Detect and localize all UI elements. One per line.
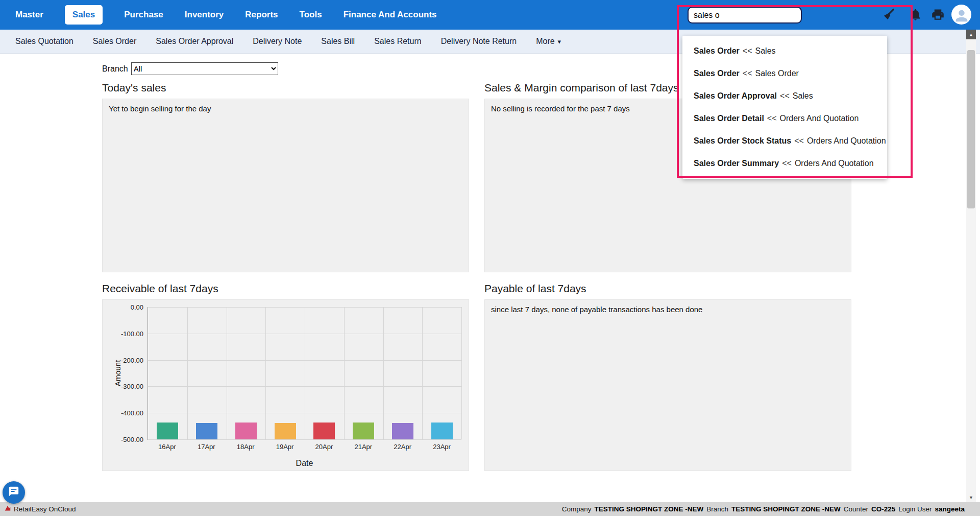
result-separator: <<: [743, 69, 752, 78]
receivable-title: Receivable of last 7days: [102, 283, 469, 295]
result-title: Sales Order: [694, 69, 740, 78]
scroll-up-button[interactable]: ▲: [966, 30, 976, 39]
brand-area: RetailEasy OnCloud: [4, 505, 76, 513]
branch-select[interactable]: All: [131, 62, 278, 75]
chart-x-tick: 17Apr: [198, 443, 215, 451]
chart-gridline: [422, 307, 423, 439]
brand-logo: [4, 505, 11, 513]
search-result-item[interactable]: Sales Order Detail << Orders And Quotati…: [682, 107, 887, 130]
chart-y-tick: -300.00: [121, 383, 143, 390]
chart-x-axis-label: Date: [148, 459, 461, 468]
result-title: Sales Order Approval: [694, 91, 777, 101]
result-title: Sales Order: [694, 46, 740, 56]
submenu-sales-order[interactable]: Sales Order: [93, 37, 136, 46]
chart-gridline: [461, 307, 462, 439]
submenu-sales-bill[interactable]: Sales Bill: [321, 37, 355, 46]
result-title: Sales Order Detail: [694, 114, 764, 123]
chart-gridline: [383, 307, 384, 439]
chart-gridline: [305, 307, 305, 439]
branch-value: TESTING SHOPINGT ZONE -NEW: [731, 505, 841, 513]
chart-gridline: [227, 307, 227, 439]
payable-title: Payable of last 7days: [484, 283, 851, 295]
chart-x-tick: 22Apr: [394, 443, 411, 451]
submenu-sales-order-approval[interactable]: Sales Order Approval: [156, 37, 233, 46]
menu-master[interactable]: Master: [15, 10, 43, 20]
search-result-item[interactable]: Sales Order Summary << Orders And Quotat…: [682, 152, 887, 175]
brand-name: RetailEasy OnCloud: [14, 505, 76, 513]
submenu-more-label: More: [536, 37, 554, 46]
chart-y-tick: -400.00: [121, 409, 143, 417]
vertical-scrollbar: ▲ ▼: [966, 30, 976, 502]
result-separator: <<: [794, 136, 804, 146]
result-category: Orders And Quotation: [780, 114, 859, 123]
status-bar: RetailEasy OnCloud Company TESTING SHOPI…: [0, 502, 980, 516]
submenu-delivery-note[interactable]: Delivery Note: [253, 37, 302, 46]
chat-widget-button[interactable]: [3, 481, 25, 504]
session-info: Company TESTING SHOPINGT ZONE -NEW Branc…: [562, 505, 965, 513]
submenu-more[interactable]: More ▾: [536, 37, 561, 46]
branch-label: Branch: [102, 64, 128, 74]
chart-y-tick: -100.00: [121, 330, 143, 337]
payable-panel: since last 7 days, none of payable trans…: [484, 299, 851, 471]
menu-inventory[interactable]: Inventory: [185, 10, 224, 20]
receivable-panel: Amount 0.00-100.00-200.00-300.00-400.00-…: [102, 299, 469, 471]
chart-bar-22Apr: [392, 423, 413, 439]
chart-x-ticks: 16Apr17Apr18Apr19Apr20Apr21Apr22Apr23Apr: [148, 443, 461, 452]
chart-gridline: [344, 307, 345, 439]
submenu-sales-quotation[interactable]: Sales Quotation: [15, 37, 74, 46]
chart-x-tick: 18Apr: [237, 443, 255, 451]
search-result-item[interactable]: Sales Order Approval << Sales: [682, 85, 887, 107]
scroll-down-button[interactable]: ▼: [966, 492, 976, 502]
branch-label: Branch: [706, 505, 728, 513]
submenu-delivery-note-return[interactable]: Delivery Note Return: [441, 37, 517, 46]
result-separator: <<: [767, 114, 777, 123]
result-category: Sales: [755, 46, 776, 56]
receivable-card: Receivable of last 7days Amount 0.00-100…: [102, 283, 469, 471]
company-label: Company: [562, 505, 592, 513]
chart-bar-16Apr: [157, 423, 178, 439]
search-results-dropdown: Sales Order << Sales Sales Order << Sale…: [682, 36, 887, 179]
result-title: Sales Order Stock Status: [694, 136, 791, 146]
result-separator: <<: [782, 159, 792, 168]
result-title: Sales Order Summary: [694, 159, 779, 168]
chart-gridline: [148, 439, 461, 440]
todays-sales-title: Today's sales: [102, 82, 469, 94]
chart-x-tick: 16Apr: [158, 443, 176, 451]
chart-bar-18Apr: [235, 423, 257, 439]
chart-bar-21Apr: [353, 423, 374, 439]
counter-value: CO-225: [871, 505, 895, 513]
chart-y-axis-label: Amount: [113, 345, 122, 402]
payable-card: Payable of last 7days since last 7 days,…: [484, 283, 851, 471]
submenu-sales-return[interactable]: Sales Return: [374, 37, 422, 46]
scrollbar-thumb[interactable]: [967, 50, 975, 208]
chart-bar-23Apr: [431, 423, 453, 439]
chart-plot-area: 0.00-100.00-200.00-300.00-400.00-500.00: [148, 307, 461, 440]
global-search-input[interactable]: [688, 7, 802, 24]
menu-purchase[interactable]: Purchase: [124, 10, 163, 20]
menu-tools[interactable]: Tools: [300, 10, 322, 20]
chart-bar-17Apr: [196, 423, 217, 439]
chat-icon: [8, 486, 19, 499]
chart-y-tick: 0.00: [131, 303, 143, 311]
search-result-item[interactable]: Sales Order << Sales: [682, 40, 887, 62]
result-category: Orders And Quotation: [795, 159, 874, 168]
chart-x-tick: 23Apr: [433, 443, 451, 451]
result-category: Orders And Quotation: [807, 136, 886, 146]
counter-label: Counter: [844, 505, 868, 513]
search-result-item[interactable]: Sales Order Stock Status << Orders And Q…: [682, 130, 887, 152]
result-separator: <<: [743, 46, 752, 56]
menu-sales[interactable]: Sales: [65, 5, 103, 25]
bell-icon[interactable]: [909, 8, 922, 21]
user-avatar[interactable]: [951, 5, 971, 25]
company-value: TESTING SHOPINGT ZONE -NEW: [595, 505, 704, 513]
chart-x-tick: 21Apr: [354, 443, 372, 451]
menu-finance-accounts[interactable]: Finance And Accounts: [344, 10, 437, 20]
menu-reports[interactable]: Reports: [245, 10, 278, 20]
printer-icon[interactable]: [931, 8, 945, 21]
result-category: Sales Order: [755, 69, 799, 78]
payable-message: since last 7 days, none of payable trans…: [485, 300, 851, 319]
login-user-label: Login User: [898, 505, 932, 513]
result-separator: <<: [780, 91, 790, 101]
broom-icon[interactable]: [882, 8, 896, 21]
search-result-item[interactable]: Sales Order << Sales Order: [682, 62, 887, 85]
